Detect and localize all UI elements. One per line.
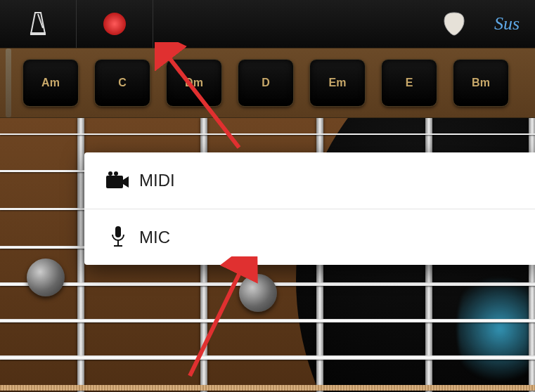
svg-rect-1 — [30, 32, 46, 35]
mic-icon — [110, 226, 127, 249]
record-icon — [103, 13, 126, 35]
svg-rect-5 — [115, 226, 121, 237]
svg-point-4 — [114, 171, 118, 176]
metronome-button[interactable] — [0, 0, 76, 48]
pick-button[interactable] — [430, 0, 479, 48]
popup-item-midi[interactable]: MIDI — [84, 152, 535, 209]
fret-inlay — [27, 259, 65, 296]
svg-point-3 — [108, 171, 112, 176]
string — [0, 355, 535, 360]
chord-bar: Am C Dm D Em E Bm — [0, 48, 535, 118]
sus-button[interactable]: Sus — [479, 0, 535, 48]
fret-inlay — [239, 274, 277, 312]
camera-icon — [106, 171, 130, 190]
fret-wire — [77, 118, 84, 392]
popup-item-label: MIDI — [139, 171, 175, 190]
chord-button-dm[interactable]: Dm — [166, 59, 222, 107]
metronome-icon — [27, 11, 49, 37]
record-mode-popup: MIDI MIC — [84, 152, 535, 265]
chord-button-bm[interactable]: Bm — [453, 59, 509, 107]
chord-button-d[interactable]: D — [238, 59, 294, 107]
string — [0, 385, 535, 391]
svg-rect-2 — [106, 176, 123, 188]
sus-label: Sus — [494, 13, 520, 34]
chord-button-c[interactable]: C — [94, 59, 150, 107]
popup-item-mic[interactable]: MIC — [84, 209, 535, 265]
popup-item-label: MIC — [139, 228, 170, 247]
chord-button-em[interactable]: Em — [309, 59, 366, 107]
pick-icon — [443, 11, 465, 37]
chord-button-am[interactable]: Am — [22, 59, 79, 107]
toolbar: Sus — [0, 0, 535, 48]
chord-button-e[interactable]: E — [381, 59, 437, 107]
string — [0, 319, 535, 322]
toolbar-divider — [153, 0, 153, 48]
record-button[interactable] — [77, 0, 153, 48]
string — [0, 133, 535, 135]
